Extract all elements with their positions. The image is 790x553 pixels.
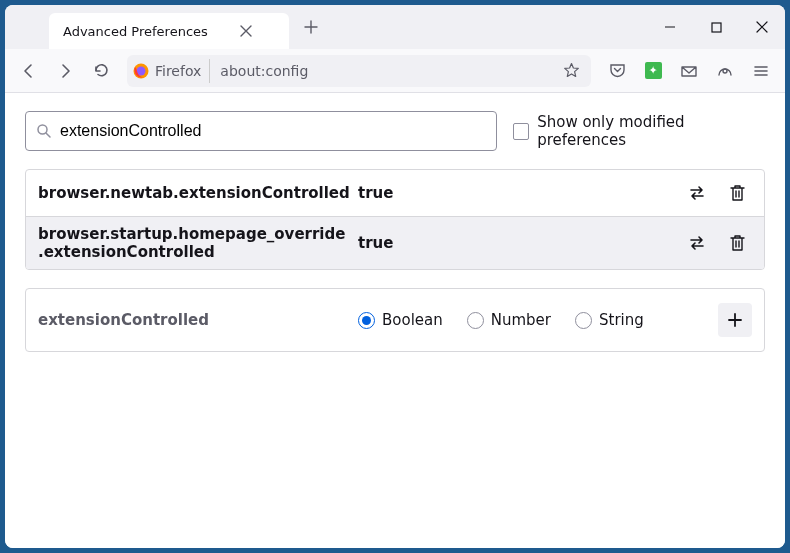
about-config-content: Show only modified preferences browser.n… <box>5 93 785 548</box>
firefox-icon <box>133 63 149 79</box>
maximize-button[interactable] <box>693 5 739 49</box>
delete-button[interactable] <box>722 228 752 258</box>
add-pref-button[interactable] <box>718 303 752 337</box>
url-text[interactable]: about:config <box>214 63 553 79</box>
type-radio-group: Boolean Number String <box>358 311 718 329</box>
radio-label: Boolean <box>382 311 443 329</box>
svg-point-4 <box>38 125 47 134</box>
modified-only-checkbox[interactable]: Show only modified preferences <box>513 113 765 149</box>
pocket-icon[interactable] <box>601 55 633 87</box>
radio-label: Number <box>491 311 551 329</box>
radio-icon <box>358 312 375 329</box>
close-tab-icon[interactable] <box>234 19 258 43</box>
browser-window: Advanced Preferences <box>5 5 785 548</box>
search-row: Show only modified preferences <box>25 111 765 151</box>
tab-title: Advanced Preferences <box>63 24 208 39</box>
svg-rect-0 <box>712 23 721 32</box>
search-input[interactable] <box>60 122 486 140</box>
tab-active[interactable]: Advanced Preferences <box>49 13 289 49</box>
type-string[interactable]: String <box>575 311 644 329</box>
reload-button[interactable] <box>85 55 117 87</box>
identity-label: Firefox <box>155 63 201 79</box>
new-tab-button[interactable] <box>295 11 327 43</box>
app-menu-button[interactable] <box>745 55 777 87</box>
svg-point-3 <box>723 69 727 73</box>
back-button[interactable] <box>13 55 45 87</box>
toggle-button[interactable] <box>682 228 712 258</box>
radio-icon <box>575 312 592 329</box>
row-actions <box>682 178 752 208</box>
minimize-button[interactable] <box>647 5 693 49</box>
preferences-table: browser.newtab.extensionControlled true … <box>25 169 765 270</box>
forward-button[interactable] <box>49 55 81 87</box>
nav-toolbar: Firefox about:config ✦ <box>5 49 785 93</box>
type-boolean[interactable]: Boolean <box>358 311 443 329</box>
new-pref-name: extensionControlled <box>38 311 358 329</box>
pref-name: browser.startup.homepage_override.extens… <box>38 225 358 261</box>
add-pref-row: extensionControlled Boolean Number Strin… <box>25 288 765 352</box>
type-number[interactable]: Number <box>467 311 551 329</box>
preference-search-box[interactable] <box>25 111 497 151</box>
pref-value: true <box>358 184 682 202</box>
titlebar: Advanced Preferences <box>5 5 785 49</box>
toggle-button[interactable] <box>682 178 712 208</box>
bookmark-star-icon[interactable] <box>557 55 585 87</box>
checkbox-label: Show only modified preferences <box>537 113 765 149</box>
delete-button[interactable] <box>722 178 752 208</box>
pref-row[interactable]: browser.startup.homepage_override.extens… <box>26 217 764 269</box>
inbox-icon[interactable] <box>673 55 705 87</box>
account-icon[interactable] <box>709 55 741 87</box>
close-window-button[interactable] <box>739 5 785 49</box>
identity-box[interactable]: Firefox <box>133 59 210 83</box>
search-icon <box>36 123 52 139</box>
pref-value: true <box>358 234 682 252</box>
url-bar[interactable]: Firefox about:config <box>127 55 591 87</box>
pref-name: browser.newtab.extensionControlled <box>38 184 358 202</box>
radio-label: String <box>599 311 644 329</box>
window-controls <box>647 5 785 49</box>
checkbox-icon <box>513 123 529 140</box>
row-actions <box>682 228 752 258</box>
pref-row[interactable]: browser.newtab.extensionControlled true <box>26 170 764 217</box>
extension-icon[interactable]: ✦ <box>637 55 669 87</box>
radio-icon <box>467 312 484 329</box>
